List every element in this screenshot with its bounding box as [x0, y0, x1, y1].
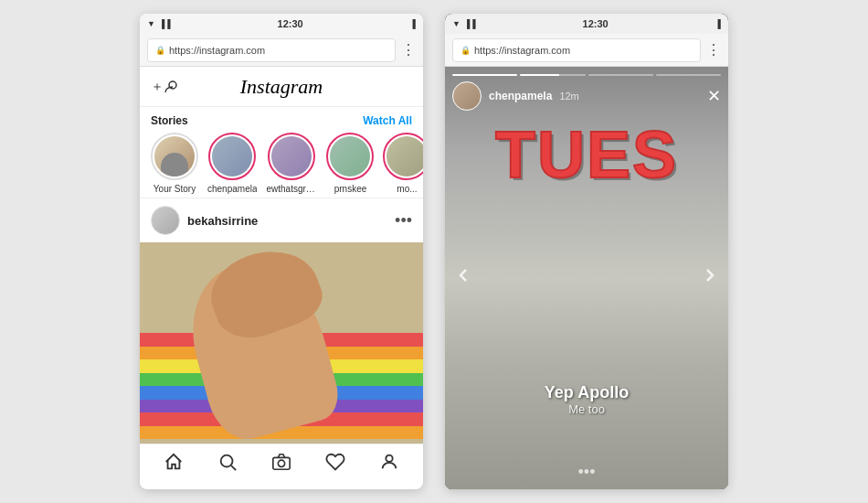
- story-avatar-chenpamela: [208, 133, 256, 180]
- browser-menu-right[interactable]: ⋮: [706, 41, 721, 59]
- story-avatar-prnskee: [326, 133, 374, 180]
- left-phone: ▼ ▐▐ 12:30 ▐ 🔒 https://instagram.com ⋮ ＋…: [140, 14, 423, 489]
- svg-rect-3: [273, 457, 290, 469]
- svg-line-2: [231, 466, 236, 470]
- nav-profile-button[interactable]: [372, 448, 407, 481]
- url-text-right: https://instagram.com: [474, 45, 570, 56]
- nav-home-button[interactable]: [156, 448, 191, 481]
- lock-icon: 🔒: [155, 46, 165, 55]
- progress-segment-4: [656, 74, 721, 76]
- story-name-chenpamela: chenpamela: [207, 184, 257, 194]
- stories-header: Stories Watch All: [140, 114, 423, 133]
- ig-top-nav: ＋ Instagram: [140, 67, 423, 107]
- url-box-right[interactable]: 🔒 https://instagram.com: [452, 38, 701, 62]
- story-name-your-story: Your Story: [153, 184, 196, 194]
- battery-icon-right: ▐: [715, 19, 721, 28]
- story-prev-button[interactable]: [452, 264, 474, 292]
- story-item-prnskee[interactable]: prnskee: [326, 133, 374, 194]
- signal-icon-right: ▼: [452, 19, 460, 28]
- svg-point-4: [278, 460, 284, 466]
- story-name-prnskee: prnskee: [334, 184, 367, 194]
- story-big-text: TUES: [452, 117, 721, 192]
- story-item-ewthatsgross[interactable]: ewthatsgross: [266, 133, 317, 194]
- progress-segment-3: [588, 74, 653, 76]
- post-header: bekahsirrine •••: [140, 198, 423, 242]
- status-bar-right: ▼ ▐▐ 12:30 ▐: [445, 14, 728, 34]
- post-username[interactable]: bekahsirrine: [187, 214, 387, 228]
- story-header: chenpamela 12m ✕: [452, 81, 721, 111]
- ig-content-left: ＋ Instagram Stories Watch All: [140, 67, 423, 489]
- story-caption-sub: Me too: [445, 402, 728, 416]
- right-phone: ▼ ▐▐ 12:30 ▐ 🔒 https://instagram.com ⋮ c…: [445, 14, 728, 489]
- story-bottom-bar: •••: [445, 463, 728, 482]
- add-user-button[interactable]: ＋: [151, 79, 180, 95]
- post-image: [140, 242, 423, 444]
- battery-icon: ▐: [410, 19, 416, 28]
- arm-image-content: [140, 242, 423, 444]
- ig-bottom-nav: [140, 444, 423, 484]
- lock-icon-right: 🔒: [460, 46, 471, 55]
- story-time-ago: 12m: [559, 91, 578, 102]
- wifi-icon: ▐▐: [159, 19, 171, 28]
- progress-segment-2: [520, 74, 585, 76]
- address-bar-right: 🔒 https://instagram.com ⋮: [445, 34, 728, 67]
- story-item-your-story[interactable]: Your Story: [151, 133, 198, 194]
- address-bar-left: 🔒 https://instagram.com ⋮: [140, 34, 423, 67]
- story-caption-main: Yep Apollo: [445, 383, 728, 402]
- post-user-avatar: [151, 206, 180, 235]
- watch-all-button[interactable]: Watch All: [363, 114, 412, 127]
- nav-search-button[interactable]: [210, 448, 245, 481]
- status-bar-left: ▼ ▐▐ 12:30 ▐: [140, 14, 423, 34]
- progress-segment-1: [452, 74, 517, 76]
- instagram-logo: Instagram: [240, 75, 323, 99]
- nav-camera-button[interactable]: [264, 448, 299, 481]
- url-box-left[interactable]: 🔒 https://instagram.com: [147, 38, 396, 62]
- story-more-button[interactable]: •••: [578, 463, 596, 482]
- story-name-more: mo...: [397, 184, 417, 194]
- status-time-left: 12:30: [278, 18, 303, 29]
- story-user-avatar: [452, 81, 482, 111]
- svg-point-1: [221, 455, 233, 466]
- nav-heart-button[interactable]: [318, 448, 353, 481]
- story-progress-bar: [452, 74, 721, 76]
- story-content: chenpamela 12m ✕ TUES Yep Apollo Me too …: [445, 67, 728, 489]
- wifi-icon-right: ▐▐: [464, 19, 476, 28]
- story-name-ewthatsgross: ewthatsgross: [266, 184, 317, 194]
- stories-section: Stories Watch All Your Story: [140, 107, 423, 198]
- story-next-button[interactable]: [699, 264, 721, 292]
- status-time-right: 12:30: [583, 18, 609, 29]
- story-close-button[interactable]: ✕: [707, 86, 721, 106]
- signal-icon: ▼: [147, 19, 155, 28]
- story-avatar-your-story: [151, 133, 198, 180]
- story-item-more[interactable]: mo...: [383, 133, 423, 194]
- story-avatar-more: [383, 133, 423, 180]
- stories-row: Your Story chenpamela ewthatsgross: [140, 133, 423, 194]
- story-username: chenpamela: [489, 90, 552, 102]
- browser-menu-left[interactable]: ⋮: [401, 41, 416, 59]
- story-avatar-ewthatsgross: [268, 133, 315, 180]
- story-caption: Yep Apollo Me too: [445, 383, 728, 416]
- post-options-button[interactable]: •••: [395, 211, 412, 230]
- stories-label: Stories: [151, 114, 188, 127]
- url-text-left: https://instagram.com: [169, 45, 265, 56]
- svg-point-5: [386, 455, 392, 461]
- story-item-chenpamela[interactable]: chenpamela: [207, 133, 257, 194]
